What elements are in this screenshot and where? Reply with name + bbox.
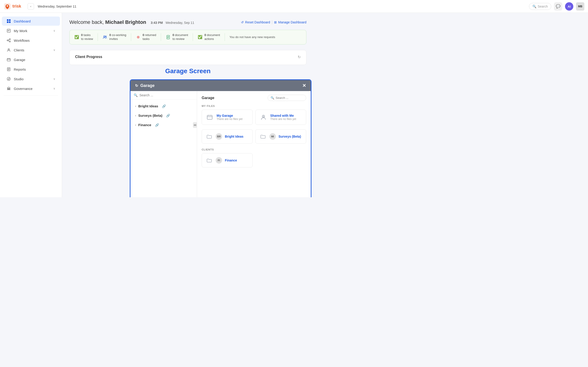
stat-returned-num: 0 xyxy=(143,33,144,37)
garage-right-title: Garage xyxy=(202,96,214,100)
garage-modal-close-button[interactable]: ✕ xyxy=(302,83,306,88)
sidebar-item-studio[interactable]: Studio ∨ xyxy=(2,74,60,83)
logo-text: trisk xyxy=(12,4,21,9)
sidebar-item-reports[interactable]: Reports xyxy=(2,65,60,74)
manage-icon: ⊞ xyxy=(274,20,277,24)
stat-coworking[interactable]: 0 co-workinginvites xyxy=(98,33,131,41)
my-garage-file-name: My Garage xyxy=(216,114,242,117)
stat-doc-actions[interactable]: ✅ 0 documentactions xyxy=(193,33,225,41)
sidebar: Dashboard My Work ∨ Workflows Clients ∨ xyxy=(0,13,62,197)
left-search-icon: 🔍 xyxy=(134,93,138,97)
my-work-icon xyxy=(6,28,11,33)
sidebar-item-workflows-label: Workflows xyxy=(14,39,30,42)
sidebar-item-workflows[interactable]: Workflows xyxy=(2,36,60,45)
dashboard-actions: ↺ Reset Dashboard ⊞ Manage Dashboard xyxy=(241,20,306,24)
resize-handle[interactable]: ⇔ xyxy=(193,122,197,128)
sidebar-item-governance[interactable]: Governance ∨ xyxy=(2,84,60,93)
tree-item-surveys-chevron-icon: › xyxy=(135,114,136,117)
sidebar-item-my-work[interactable]: My Work ∨ xyxy=(2,26,60,35)
stat-doc-actions-num: 0 xyxy=(204,33,206,37)
garage-modal-header: ↻ Garage ✕ xyxy=(130,80,311,91)
workspace-folders-grid: BR Bright Ideas MI Surveys (Beta) xyxy=(202,129,306,144)
stat-tasks[interactable]: ✅ 0 tasksto review xyxy=(74,33,98,41)
manage-dashboard-button[interactable]: ⊞ Manage Dashboard xyxy=(274,20,306,24)
svg-rect-8 xyxy=(7,29,10,32)
tree-item-finance-chevron-icon: › xyxy=(135,123,136,127)
shared-with-me-file-sub: There are no files yet xyxy=(270,117,296,121)
svg-rect-16 xyxy=(8,88,8,90)
garage-right-search-input[interactable] xyxy=(276,96,303,100)
folder-finance-badge: FI xyxy=(216,157,222,164)
tree-item-chevron-icon: › xyxy=(135,105,136,108)
garage-modal-body: 🔍 › Bright Ideas 🔗 › Surveys (Beta) 🔗 xyxy=(130,91,311,197)
doc-actions-icon: ✅ xyxy=(198,35,203,40)
folder-bright-ideas[interactable]: BR Bright Ideas xyxy=(202,129,253,144)
stat-returned[interactable]: ⊗ 0 returnedtasks xyxy=(131,33,161,41)
reset-dashboard-button[interactable]: ↺ Reset Dashboard xyxy=(241,20,270,24)
svg-point-11 xyxy=(9,41,10,42)
welcome-time: 3:43 PM Wednesday, Sep 11 xyxy=(151,21,194,25)
nav-date: Wednesday, September 11 xyxy=(38,5,76,8)
sidebar-item-dashboard-label: Dashboard xyxy=(14,19,31,23)
action-divider xyxy=(272,20,272,24)
garage-left-panel: 🔍 › Bright Ideas 🔗 › Surveys (Beta) 🔗 xyxy=(130,91,197,197)
svg-rect-18 xyxy=(9,88,10,90)
svg-rect-13 xyxy=(7,58,10,61)
svg-rect-4 xyxy=(7,19,9,21)
folder-bright-ideas-badge: BR xyxy=(216,133,222,140)
logo[interactable]: trisk xyxy=(4,3,21,10)
tree-item-bright-ideas-label: Bright Ideas xyxy=(138,104,158,108)
stat-doc-review-num: 0 xyxy=(173,33,174,37)
folder-surveys-beta[interactable]: MI Surveys (Beta) xyxy=(255,129,306,144)
tree-item-finance-link-icon: 🔗 xyxy=(155,123,159,127)
folder-finance[interactable]: FI Finance xyxy=(202,153,253,167)
stat-coworking-text: 0 co-workinginvites xyxy=(109,33,126,41)
shared-with-me-file-card[interactable]: Shared with Me There are no files yet xyxy=(255,110,306,125)
sidebar-item-dashboard[interactable]: Dashboard xyxy=(2,17,60,26)
reset-dashboard-label: Reset Dashboard xyxy=(245,20,270,24)
reset-icon: ↺ xyxy=(241,20,244,24)
garage-right-search[interactable]: 🔍 xyxy=(268,95,306,101)
garage-refresh-icon[interactable]: ↻ xyxy=(135,83,138,88)
my-files-label: MY FILES xyxy=(202,105,306,107)
folder-surveys-beta-icon xyxy=(259,133,267,140)
stat-doc-review[interactable]: 0 documentto review xyxy=(161,33,193,41)
topnav: trisk ‹ Wednesday, September 11 🔍 Search… xyxy=(0,0,314,13)
reports-icon xyxy=(6,67,11,72)
garage-modal-title: Garage xyxy=(140,83,155,88)
garage-left-search-area: 🔍 xyxy=(130,91,197,100)
governance-icon xyxy=(6,86,11,91)
svg-point-22 xyxy=(105,36,107,37)
doc-review-icon xyxy=(166,35,171,40)
folder-surveys-beta-name: Surveys (Beta) xyxy=(279,135,301,138)
refresh-icon[interactable]: ↻ xyxy=(298,55,301,59)
my-garage-file-card[interactable]: My Garage There are no files yet xyxy=(202,110,253,125)
svg-rect-6 xyxy=(7,21,9,23)
sidebar-item-garage[interactable]: Garage xyxy=(2,55,60,64)
no-requests-text: You do not have any new requests xyxy=(225,35,275,39)
clients-label: CLIENTS xyxy=(202,148,306,151)
sidebar-item-governance-label: Governance xyxy=(14,87,33,91)
svg-rect-5 xyxy=(9,19,10,21)
my-garage-file-icon xyxy=(206,113,214,121)
tree-item-finance-label: Finance xyxy=(138,123,151,127)
svg-point-12 xyxy=(8,49,9,50)
tree-item-finance[interactable]: › Finance 🔗 ⇔ xyxy=(130,120,197,130)
welcome-day: Wednesday, Sep 11 xyxy=(166,21,194,25)
tree-item-bright-ideas[interactable]: › Bright Ideas 🔗 xyxy=(130,101,197,111)
stat-doc-actions-text: 0 documentactions xyxy=(204,33,220,41)
tree-item-surveys-beta-label: Surveys (Beta) xyxy=(138,114,162,117)
folder-bright-ideas-icon xyxy=(206,133,213,140)
nav-back-button[interactable]: ‹ xyxy=(27,3,34,10)
sidebar-item-clients[interactable]: Clients ∨ xyxy=(2,45,60,55)
tree-item-surveys-beta[interactable]: › Surveys (Beta) 🔗 xyxy=(130,111,197,120)
clients-folders-grid: FI Finance xyxy=(202,153,306,167)
clients-icon xyxy=(6,48,11,52)
right-search-icon: 🔍 xyxy=(271,96,274,100)
my-files-grid: My Garage There are no files yet Shared … xyxy=(202,110,306,125)
stat-returned-text: 0 returnedtasks xyxy=(143,33,156,41)
garage-left-search-input[interactable] xyxy=(139,93,194,97)
folder-finance-icon xyxy=(206,157,213,164)
main-content: Welcome back, Michael Brighton 3:43 PM W… xyxy=(62,13,314,197)
stats-bar: ✅ 0 tasksto review 0 co-workinginvites ⊗… xyxy=(69,30,306,44)
